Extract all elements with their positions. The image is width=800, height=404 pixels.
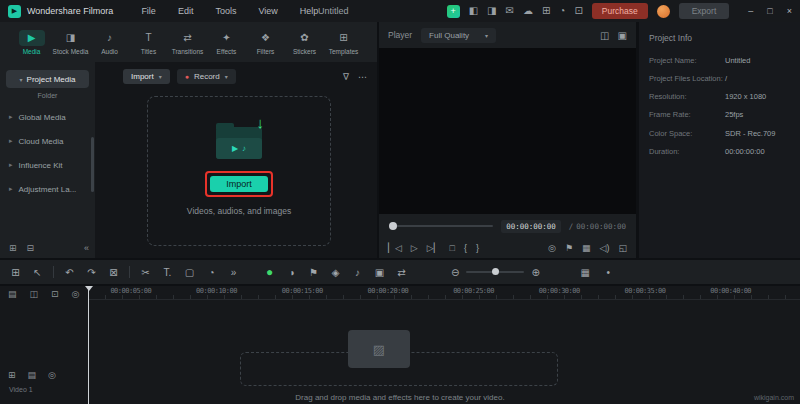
media-browser-icon[interactable]: ⊞	[9, 267, 22, 278]
purchase-button[interactable]: Purchase	[592, 3, 648, 19]
snap-icon[interactable]: ⊡	[51, 289, 59, 299]
import-dropzone[interactable]: ▶ ♪ ↓ Import Videos, audios, and images	[147, 96, 331, 246]
timeline-ruler[interactable]: 00:00:05:0000:00:10:0000:00:15:0000:00:2…	[88, 286, 800, 300]
audio-stretch-button[interactable]: ♪	[351, 267, 364, 278]
preview-viewport[interactable]	[379, 48, 636, 214]
tab-stock-media[interactable]: ◨ Stock Media	[51, 22, 90, 62]
minimize-button[interactable]: –	[748, 6, 753, 16]
track-height-button[interactable]: ▦	[579, 267, 592, 278]
timeline-toolbar: ⊞↖↶↷⊠✂T.▢◔» ●◑⚑◈♪▣⇄ ⊖ ⊕ ▦•	[0, 260, 800, 284]
toolbar-left-group: ⊞↖↶↷⊠✂T.▢◔»	[9, 266, 240, 278]
quality-dropdown[interactable]: Full Quality ▾	[421, 28, 496, 43]
redo-button[interactable]: ↷	[85, 267, 98, 278]
mirror-display-button[interactable]: ▦	[582, 243, 591, 253]
track-visibility-icon[interactable]: ◎	[72, 289, 80, 299]
cloud-icon[interactable]: ☁	[523, 5, 533, 17]
tab-transitions[interactable]: ⇄ Transitions	[168, 22, 207, 62]
toolbar-icon[interactable]	[129, 266, 130, 278]
snapshot-button[interactable]: ◎	[548, 243, 556, 253]
playhead[interactable]	[88, 286, 89, 404]
scrollbar-thumb[interactable]	[91, 137, 94, 192]
resources-icon[interactable]: ⊞	[542, 5, 550, 17]
track-manager-icon[interactable]: ▤	[8, 289, 17, 299]
record-dropdown-button[interactable]: ● Record ▾	[177, 69, 236, 84]
snapshot-button[interactable]: ▣	[373, 267, 386, 278]
volume-button[interactable]: ◁)	[600, 243, 610, 253]
step-back-button[interactable]: ▏◁	[388, 243, 402, 253]
notifications-icon[interactable]: ◔	[559, 5, 565, 17]
speed-button[interactable]: ◔	[205, 267, 218, 278]
screen-record-icon[interactable]: ◨	[487, 5, 496, 17]
more-options-button[interactable]: •	[602, 267, 615, 278]
playhead-handle[interactable]	[85, 286, 93, 295]
play-button[interactable]: ▷	[411, 243, 418, 253]
feedback-icon[interactable]: ✉	[506, 5, 514, 17]
tab-templates[interactable]: ⊞ Templates	[324, 22, 363, 62]
select-tool-button[interactable]: ↖	[31, 267, 44, 278]
tab-effects[interactable]: ✦ Effects	[207, 22, 246, 62]
record-voiceover-icon[interactable]: ◫	[30, 289, 39, 299]
collapse-sidebar-icon[interactable]: «	[84, 243, 89, 253]
close-button[interactable]: ×	[787, 6, 792, 16]
gift-icon[interactable]: +	[447, 5, 460, 18]
keyframe-button[interactable]: ◈	[329, 267, 342, 278]
track-add-icon[interactable]: ⊞	[8, 370, 16, 380]
seek-handle[interactable]	[389, 222, 397, 230]
maximize-button[interactable]: □	[767, 6, 772, 16]
more-options-icon[interactable]: ⋯	[358, 72, 367, 82]
undo-button[interactable]: ↶	[63, 267, 76, 278]
zoom-out-button[interactable]: ⊖	[451, 267, 459, 278]
new-folder-icon[interactable]: ⊞	[9, 243, 17, 253]
workspace-icon[interactable]: ⊡	[574, 5, 582, 17]
sidebar-item-project-media[interactable]: ▾ Project Media	[6, 70, 89, 88]
zoom-slider[interactable]	[466, 271, 524, 273]
toolbar-icon[interactable]	[53, 266, 54, 278]
zoom-in-button[interactable]: ⊕	[531, 267, 539, 278]
track-folder-icon[interactable]: ▤	[28, 370, 37, 380]
tab-titles[interactable]: T Titles	[129, 22, 168, 62]
import-button[interactable]: Import	[210, 176, 268, 192]
export-button[interactable]: Export	[679, 3, 730, 19]
marker-button[interactable]: ⚑	[565, 243, 573, 253]
import-dropdown-button[interactable]: Import ▾	[123, 69, 170, 84]
delete-folder-icon[interactable]: ⊟	[27, 243, 35, 253]
chroma-key-button[interactable]: ●	[263, 265, 276, 279]
crop-button[interactable]: ▢	[183, 267, 196, 278]
mask-button[interactable]: ◑	[285, 267, 298, 278]
tab-filters[interactable]: ❖ Filters	[246, 22, 285, 62]
step-forward-button[interactable]: ▷▏	[427, 243, 441, 253]
text-tool-button[interactable]: T.	[161, 267, 174, 278]
menu-item[interactable]: View	[258, 6, 277, 16]
stop-button[interactable]: □	[450, 243, 455, 253]
sidebar-scrollbar[interactable]	[91, 117, 94, 257]
tab-media[interactable]: ▶ Media	[12, 22, 51, 62]
mark-in-button[interactable]: {	[464, 243, 467, 253]
menu-item[interactable]: Help	[300, 6, 319, 16]
seek-bar[interactable]	[389, 225, 493, 227]
sidebar-folder-item[interactable]: ▸ Cloud Media	[0, 129, 95, 153]
split-screen-icon[interactable]: ◫	[600, 30, 609, 41]
zoom-slider-handle[interactable]	[492, 268, 499, 275]
more-tools-button[interactable]: »	[227, 267, 240, 278]
avatar[interactable]	[657, 5, 670, 18]
background-image-icon[interactable]: ▣	[618, 30, 627, 41]
delete-button[interactable]: ⊠	[107, 267, 120, 278]
menu-item[interactable]: Edit	[178, 6, 194, 16]
sidebar-folder-item[interactable]: ▸ Influence Kit	[0, 153, 95, 177]
filter-icon[interactable]: ∇	[343, 72, 349, 82]
sidebar-folder-item[interactable]: ▸ Adjustment La...	[0, 177, 95, 201]
mark-out-button[interactable]: }	[476, 243, 479, 253]
split-button[interactable]: ✂	[139, 267, 152, 278]
current-timecode[interactable]: 00:00:00:00	[501, 220, 561, 233]
ripple-edit-button[interactable]: ⇄	[395, 267, 408, 278]
tab-audio[interactable]: ♪ Audio	[90, 22, 129, 62]
total-timecode: / 00:00:00:00	[569, 222, 626, 231]
track-eye-icon[interactable]: ◎	[48, 370, 56, 380]
tab-stickers[interactable]: ✿ Stickers	[285, 22, 324, 62]
layout-icon[interactable]: ◧	[469, 5, 478, 17]
marker-button[interactable]: ⚑	[307, 267, 320, 278]
menu-item[interactable]: Tools	[215, 6, 236, 16]
sidebar-folder-item[interactable]: ▸ Global Media	[0, 105, 95, 129]
menu-item[interactable]: File	[141, 6, 156, 16]
fullscreen-button[interactable]: ◱	[618, 243, 627, 253]
